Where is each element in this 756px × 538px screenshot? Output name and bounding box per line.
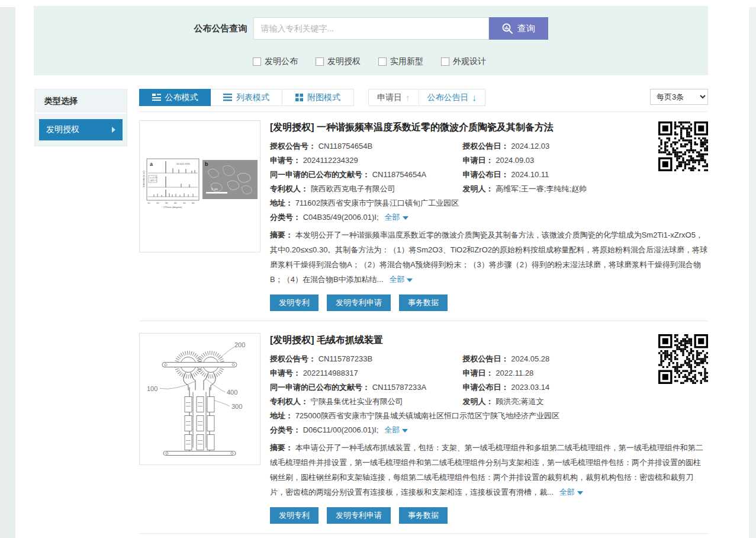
arrow-down-icon: ↓ <box>472 92 477 103</box>
svg-text:40: 40 <box>174 201 177 204</box>
patent-title: [发明授权] 一种谐振频率温度系数近零的微波介质陶瓷及其制备方法 <box>270 121 708 134</box>
field-address: 地址： 725000陕西省安康市宁陕县城关镇城南社区恒口示范区宁陕飞地经济产业园… <box>270 411 708 421</box>
sort-by-publication-date[interactable]: 公布公告日 ↓ <box>419 89 485 105</box>
svg-text:20: 20 <box>156 201 159 204</box>
field-application-number: 申请号： 2022114988317 <box>270 368 463 378</box>
publication-search-panel: 公布公告查询 查询 发明公布 <box>34 6 708 75</box>
patent-search-page: 公布公告查询 查询 发明公布 <box>0 0 756 538</box>
svg-text:5 μm: 5 μm <box>211 187 218 191</box>
invention-patent-button[interactable]: 发明专利 <box>270 507 319 524</box>
field-prior-publication-number: 同一申请的已公布的文献号： CN118754654A <box>270 169 463 180</box>
svg-text:x = 0.25: x = 0.25 <box>150 177 157 179</box>
checkbox-design[interactable]: 外观设计 <box>441 56 486 67</box>
sidebar-item-label: 发明授权 <box>46 124 79 135</box>
svg-text:400: 400 <box>227 389 237 396</box>
transaction-data-button[interactable]: 事务数据 <box>399 507 448 524</box>
qr-code <box>658 334 708 384</box>
caret-down-icon <box>403 216 408 220</box>
patent-card: 200 100 400 300 <box>139 328 708 534</box>
patent-action-buttons: 发明专利 发明专利申请 事务数据 <box>270 294 708 311</box>
page-right-margin <box>749 7 756 538</box>
qr-code <box>658 121 708 171</box>
abstract-all-link[interactable]: 全部 <box>389 275 404 284</box>
checkbox-invention-grant[interactable]: 发明授权 <box>316 56 361 67</box>
page-left-margin <box>0 7 15 538</box>
xrd-sem-figure: a 00-024-1335 x = 0.25 1425 °C <box>140 121 260 252</box>
hamburger-list-icon <box>223 94 232 101</box>
svg-text:30: 30 <box>165 201 168 204</box>
svg-text:200: 200 <box>234 341 245 348</box>
sort-controls: 申请日 ↑ 公布公告日 ↓ <box>368 89 485 106</box>
svg-text:60: 60 <box>192 201 195 204</box>
svg-text:50: 50 <box>183 201 186 204</box>
field-address: 地址： 711602陕西省安康市宁陕县江口镇旬广工业园区 <box>270 198 708 208</box>
invention-application-button[interactable]: 发明专利申请 <box>327 507 391 524</box>
checkbox-label: 外观设计 <box>453 56 486 67</box>
magnifier-chart-icon <box>501 23 513 34</box>
checkbox-box[interactable] <box>316 57 324 66</box>
patent-abstract: 摘要： 本申请公开了一种毛绒布抓绒装置，包括：支架、第一绒毛梳理组件和多组第二绒… <box>270 440 708 499</box>
sidebar-title: 类型选择 <box>35 89 127 114</box>
caret-down-icon <box>407 278 413 282</box>
invention-patent-button[interactable]: 发明专利 <box>270 294 319 311</box>
patent-fields: 授权公告号： CN115787233B 授权公告日： 2024.05.28 申请… <box>270 354 708 435</box>
field-prior-publication-number: 同一申请的已公布的文献号： CN115787233A <box>270 382 463 392</box>
field-inventors: 发明人： 高维军;王一睿;李纯纯;赵帅 <box>463 184 708 194</box>
tab-label: 列表模式 <box>236 92 269 103</box>
field-patentee: 专利权人： 宁陕县集优社实业有限公司 <box>270 396 463 406</box>
search-input[interactable] <box>253 17 489 40</box>
field-classification: 分类号： D06C11/00(2006.01)I;全部 <box>270 425 708 435</box>
checkbox-box[interactable] <box>378 57 387 66</box>
svg-text:2Theta (degree): 2Theta (degree) <box>163 206 182 209</box>
checkbox-label: 发明公布 <box>265 56 298 67</box>
field-grant-number: 授权公告号： CN115787233B <box>270 354 463 364</box>
checkbox-box[interactable] <box>253 57 261 66</box>
patent-type-filter-row: 发明公布 发明授权 实用新型 外观设计 <box>253 56 486 67</box>
search-row: 公布公告查询 查询 <box>34 17 708 40</box>
checkbox-box[interactable] <box>441 57 449 66</box>
patent-drawing-figure: 200 100 400 300 <box>140 334 260 465</box>
checkbox-label: 实用新型 <box>390 56 423 67</box>
page-size-select[interactable]: 每页3条 <box>650 89 708 105</box>
search-button-label: 查询 <box>517 23 535 34</box>
svg-text:300: 300 <box>231 403 242 410</box>
patent-card: a 00-024-1335 x = 0.25 1425 °C <box>139 116 708 321</box>
patent-fields: 授权公告号： CN118754654B 授权公告日： 2024.12.03 申请… <box>270 141 708 222</box>
field-patentee: 专利权人： 陕西欧西克电子有限公司 <box>270 184 463 194</box>
field-grant-number: 授权公告号： CN118754654B <box>270 141 463 151</box>
results-toolbar: 公布模式 列表模式 <box>139 89 708 106</box>
page-size-wrap: 每页3条 <box>650 89 708 105</box>
classification-all-link[interactable]: 全部 <box>384 425 400 434</box>
tab-label: 公布模式 <box>165 92 198 103</box>
toolbar-divider <box>139 111 708 112</box>
field-classification: 分类号： C04B35/49(2006.01)I;全部 <box>270 212 708 222</box>
view-mode-tabs: 公布模式 列表模式 <box>139 89 354 106</box>
classification-all-link[interactable]: 全部 <box>385 213 400 222</box>
patent-card-body: [发明授权] 一种谐振频率温度系数近零的微波介质陶瓷及其制备方法 授权公告号： … <box>270 120 708 311</box>
abstract-all-link[interactable]: 全部 <box>559 488 575 497</box>
svg-text:1425 °C: 1425 °C <box>150 180 157 182</box>
patent-title: [发明授权] 毛绒布抓绒装置 <box>270 334 708 347</box>
sort-by-application-date[interactable]: 申请日 ↑ <box>369 89 419 105</box>
svg-text:b: b <box>205 161 208 167</box>
patent-card-body: [发明授权] 毛绒布抓绒装置 授权公告号： CN115787233B 授权公告日… <box>270 333 708 524</box>
tab-figure-mode[interactable]: 附图模式 <box>282 89 354 106</box>
checkbox-label: 发明授权 <box>327 56 361 67</box>
invention-application-button[interactable]: 发明专利申请 <box>327 294 391 311</box>
sidebar-item-invention-grant[interactable]: 发明授权 <box>39 119 123 140</box>
field-inventors: 发明人： 顾洪亮;蒋道文 <box>463 396 708 406</box>
search-button[interactable]: 查询 <box>489 17 548 40</box>
patent-figure-thumbnail: 200 100 400 300 <box>139 333 260 465</box>
patent-figure-thumbnail: a 00-024-1335 x = 0.25 1425 °C <box>139 120 260 252</box>
tab-publication-mode[interactable]: 公布模式 <box>139 89 211 106</box>
results-area: 公布模式 列表模式 <box>139 89 708 534</box>
checkbox-utility-model[interactable]: 实用新型 <box>378 56 423 67</box>
field-application-number: 申请号： 2024112234329 <box>270 155 463 165</box>
caret-down-icon <box>577 491 583 495</box>
checkbox-invention-publication[interactable]: 发明公布 <box>253 56 298 67</box>
svg-text:10: 10 <box>147 201 150 204</box>
svg-text:00-024-1335: 00-024-1335 <box>176 162 190 165</box>
svg-text:Intensity (a.u.): Intensity (a.u.) <box>142 171 145 187</box>
tab-list-mode[interactable]: 列表模式 <box>211 89 282 106</box>
transaction-data-button[interactable]: 事务数据 <box>399 294 448 311</box>
